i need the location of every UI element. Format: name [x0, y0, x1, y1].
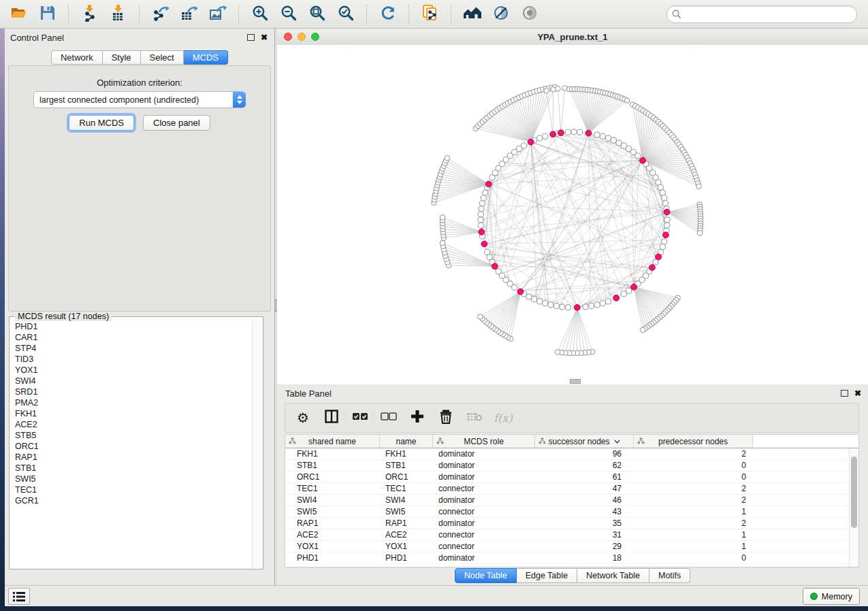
show-hide-button[interactable]	[517, 3, 542, 26]
cell[interactable]: dominator	[433, 518, 535, 528]
mcds-result-item[interactable]: GCR1	[10, 495, 253, 506]
cell[interactable]: 1	[634, 507, 753, 516]
add-column-button[interactable]	[409, 410, 425, 426]
memory-button[interactable]: Memory	[803, 588, 860, 605]
mcds-result-item[interactable]: SWI4	[10, 376, 253, 386]
column-header-successor-nodes[interactable]: successor nodes	[535, 435, 634, 448]
close-panel-button[interactable]: Close panel	[143, 115, 210, 131]
table-row-ORC1[interactable]: ORC1ORC1dominator610	[285, 472, 858, 483]
cell[interactable]: YOX1	[285, 542, 380, 551]
close-panel-icon[interactable]: ✖	[261, 33, 268, 42]
cell[interactable]: dominator	[433, 449, 535, 459]
cell[interactable]: 43	[535, 507, 634, 516]
table-row-ACE2[interactable]: ACE2ACE2connector311	[285, 529, 858, 541]
cell[interactable]: 62	[535, 461, 634, 470]
cell[interactable]: 31	[535, 530, 634, 540]
cell[interactable]: 2	[634, 495, 753, 505]
table-row-SWI4[interactable]: SWI4SWI4dominator462	[285, 495, 858, 506]
tab-select[interactable]: Select	[141, 50, 184, 65]
cell[interactable]: dominator	[433, 472, 535, 482]
cell[interactable]: 47	[535, 484, 634, 493]
table-scrollbar[interactable]	[849, 448, 858, 567]
cell[interactable]: connector	[433, 542, 535, 551]
cell[interactable]: SWI5	[380, 507, 433, 516]
zoom-fit-button[interactable]	[305, 3, 329, 26]
network-graph[interactable]	[277, 45, 868, 384]
cell[interactable]: TEC1	[380, 484, 433, 493]
mcds-result-item[interactable]: STB1	[10, 463, 253, 474]
cell[interactable]: 2	[634, 449, 753, 459]
column-header-name[interactable]: name	[380, 435, 433, 448]
cell[interactable]: dominator	[433, 495, 535, 505]
zoom-out-button[interactable]	[276, 3, 301, 26]
deselect-all-button[interactable]	[381, 410, 397, 426]
cell[interactable]: 0	[634, 472, 753, 482]
delete-column-button[interactable]	[438, 410, 454, 426]
save-session-button[interactable]	[35, 3, 60, 26]
panel-menu-button[interactable]	[8, 588, 30, 605]
open-file-button[interactable]	[7, 3, 31, 26]
close-table-panel-icon[interactable]: ✖	[854, 389, 861, 397]
search-input[interactable]	[685, 7, 851, 22]
float-panel-icon[interactable]	[247, 34, 255, 41]
cell[interactable]: ACE2	[285, 530, 380, 540]
cell[interactable]: SWI4	[380, 495, 433, 505]
network-canvas[interactable]	[277, 45, 868, 384]
mcds-result-item[interactable]: RAP1	[10, 452, 253, 463]
run-mcds-button[interactable]: Run MCDS	[69, 115, 134, 131]
cell[interactable]: ORC1	[285, 472, 380, 482]
cell[interactable]: connector	[433, 484, 535, 493]
mcds-result-item[interactable]: TEC1	[10, 484, 253, 495]
import-network-button[interactable]	[78, 3, 102, 26]
table-scrollbar-thumb[interactable]	[851, 457, 857, 528]
mcds-result-item[interactable]: SRD1	[10, 386, 253, 397]
cell[interactable]: FKH1	[285, 449, 380, 459]
table-row-STB1[interactable]: STB1STB1dominator620	[285, 460, 858, 472]
cell[interactable]: SWI4	[285, 495, 380, 505]
mcds-result-item[interactable]: STP4	[10, 343, 253, 354]
tab-network-table[interactable]: Network Table	[577, 568, 649, 583]
mcds-result-item[interactable]: STB5	[10, 430, 253, 441]
mcds-result-item[interactable]: TID3	[10, 354, 253, 365]
cell[interactable]: 0	[634, 461, 753, 470]
cell[interactable]: 61	[535, 472, 634, 482]
delete-table-button[interactable]	[466, 410, 483, 426]
cell[interactable]: 46	[535, 495, 634, 505]
cell[interactable]: STB1	[285, 461, 380, 470]
cell[interactable]: 35	[535, 518, 634, 528]
cell[interactable]: TEC1	[285, 484, 380, 493]
cell[interactable]: 1	[634, 542, 753, 551]
cell[interactable]: 96	[535, 449, 634, 459]
zoom-in-button[interactable]	[248, 3, 272, 26]
cell[interactable]: RAP1	[285, 518, 380, 528]
cell[interactable]: 29	[535, 542, 634, 551]
mcds-list-scrollbar[interactable]	[252, 321, 262, 568]
tab-network[interactable]: Network	[51, 50, 103, 65]
cell[interactable]: PHD1	[285, 553, 380, 563]
table-row-YOX1[interactable]: YOX1YOX1connector291	[285, 541, 858, 552]
refresh-layout-button[interactable]	[376, 3, 400, 26]
cell[interactable]: STB1	[380, 461, 433, 470]
export-table-button[interactable]	[177, 3, 202, 26]
table-row-SWI5[interactable]: SWI5SWI5connector431	[285, 506, 858, 518]
export-image-button[interactable]	[206, 3, 230, 26]
mcds-result-item[interactable]: PMA2	[10, 397, 253, 408]
cell[interactable]: connector	[433, 530, 535, 540]
table-row-PHD1[interactable]: PHD1PHD1dominator180	[285, 552, 858, 564]
cell[interactable]: 2	[634, 518, 753, 528]
cell[interactable]: YOX1	[380, 542, 433, 551]
import-table-button[interactable]	[106, 3, 131, 26]
column-view-button[interactable]	[323, 410, 340, 426]
criterion-select[interactable]: largest connected component (undirected)	[33, 91, 246, 108]
tab-edge-table[interactable]: Edge Table	[517, 568, 577, 583]
column-header-MCDS-role[interactable]: MCDS role	[433, 435, 535, 448]
mcds-result-item[interactable]: PHD1	[10, 321, 253, 332]
mcds-result-item[interactable]: FKH1	[10, 408, 253, 419]
toggle-visual-aid-button[interactable]	[489, 3, 513, 26]
cell[interactable]: ORC1	[380, 472, 433, 482]
tab-style[interactable]: Style	[103, 50, 141, 65]
export-network-button[interactable]	[148, 3, 173, 26]
cell[interactable]: ACE2	[380, 530, 433, 540]
clone-network-button[interactable]	[418, 3, 443, 26]
table-settings-button[interactable]: ⚙	[295, 410, 311, 426]
